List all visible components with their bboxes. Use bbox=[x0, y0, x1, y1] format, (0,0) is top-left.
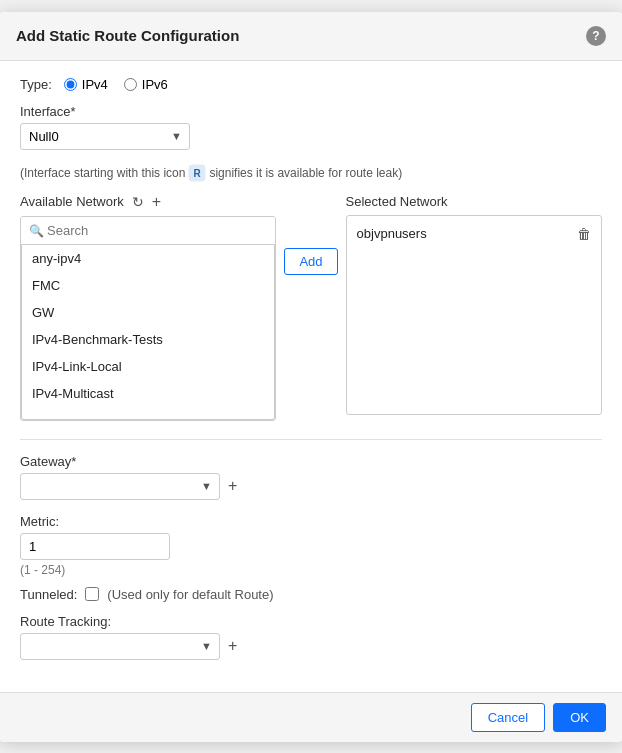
selected-network-title: Selected Network bbox=[346, 194, 448, 209]
search-input-wrapper: 🔍 bbox=[21, 217, 275, 245]
divider bbox=[20, 439, 602, 440]
tunneled-label: Tunneled: bbox=[20, 587, 77, 602]
modal-container: Add Static Route Configuration ? Type: I… bbox=[0, 12, 622, 742]
ipv6-option[interactable]: IPv6 bbox=[124, 77, 168, 92]
list-item[interactable]: GW bbox=[22, 299, 274, 326]
tunneled-note: (Used only for default Route) bbox=[107, 587, 273, 602]
tunneled-section: Tunneled: (Used only for default Route) bbox=[20, 587, 602, 602]
metric-section: Metric: (1 - 254) bbox=[20, 514, 602, 577]
ipv4-option[interactable]: IPv4 bbox=[64, 77, 108, 92]
metric-label: Metric: bbox=[20, 514, 602, 529]
info-text-start: (Interface starting with this icon bbox=[20, 166, 185, 180]
delete-icon[interactable]: 🗑 bbox=[577, 226, 591, 242]
available-network-title: Available Network bbox=[20, 194, 124, 209]
metric-hint: (1 - 254) bbox=[20, 563, 602, 577]
route-tracking-label: Route Tracking: bbox=[20, 614, 602, 629]
selected-list: objvpnusers 🗑 bbox=[346, 215, 602, 415]
networks-container: Available Network ↻ + 🔍 any-ipv4 FMC GW … bbox=[20, 194, 602, 421]
info-text-end: signifies it is available for route leak… bbox=[209, 166, 402, 180]
ipv6-label: IPv6 bbox=[142, 77, 168, 92]
selected-network-header: Selected Network bbox=[346, 194, 602, 209]
route-tracking-select-wrapper: ▼ bbox=[20, 633, 220, 660]
search-and-list: 🔍 any-ipv4 FMC GW IPv4-Benchmark-Tests I… bbox=[20, 216, 276, 421]
ipv4-label: IPv4 bbox=[82, 77, 108, 92]
search-icon: 🔍 bbox=[29, 224, 44, 238]
add-network-icon[interactable]: + bbox=[152, 194, 161, 210]
interface-section: Interface* Null0 ▼ bbox=[20, 104, 602, 150]
selected-item-name: objvpnusers bbox=[357, 226, 427, 241]
gateway-label: Gateway* bbox=[20, 454, 602, 469]
type-label: Type: bbox=[20, 77, 52, 92]
interface-select[interactable]: Null0 bbox=[20, 123, 190, 150]
modal-body: Type: IPv4 IPv6 Interface* Null0 ▼ bbox=[0, 61, 622, 692]
gateway-add-icon[interactable]: + bbox=[228, 477, 237, 495]
modal-title: Add Static Route Configuration bbox=[16, 27, 239, 44]
modal-header: Add Static Route Configuration ? bbox=[0, 12, 622, 61]
type-row: Type: IPv4 IPv6 bbox=[20, 77, 602, 92]
selected-network-col: Selected Network objvpnusers 🗑 bbox=[346, 194, 602, 421]
route-tracking-section: Route Tracking: ▼ + bbox=[20, 614, 602, 660]
ok-button[interactable]: OK bbox=[553, 703, 606, 732]
list-item[interactable]: any-ipv4 bbox=[22, 245, 274, 272]
help-icon[interactable]: ? bbox=[586, 26, 606, 46]
add-button[interactable]: Add bbox=[284, 248, 337, 275]
info-text: (Interface starting with this icon R sig… bbox=[20, 164, 602, 182]
route-tracking-select[interactable] bbox=[20, 633, 220, 660]
available-network-header: Available Network ↻ + bbox=[20, 194, 276, 210]
gateway-select-wrapper: ▼ bbox=[20, 473, 220, 500]
ipv6-radio[interactable] bbox=[124, 78, 137, 91]
list-item[interactable]: IPv4-Link-Local bbox=[22, 353, 274, 380]
interface-select-wrapper: Null0 ▼ bbox=[20, 123, 190, 150]
refresh-icon[interactable]: ↻ bbox=[132, 194, 144, 210]
ipv4-radio[interactable] bbox=[64, 78, 77, 91]
modal-footer: Cancel OK bbox=[0, 692, 622, 742]
middle-col: Add bbox=[284, 194, 337, 421]
svg-text:R: R bbox=[194, 168, 202, 179]
available-network-col: Available Network ↻ + 🔍 any-ipv4 FMC GW … bbox=[20, 194, 276, 421]
gateway-section: Gateway* ▼ + bbox=[20, 454, 602, 500]
cancel-button[interactable]: Cancel bbox=[471, 703, 545, 732]
interface-label: Interface* bbox=[20, 104, 602, 119]
selected-item: objvpnusers 🗑 bbox=[347, 220, 601, 248]
route-tracking-add-icon[interactable]: + bbox=[228, 637, 237, 655]
gateway-select[interactable] bbox=[20, 473, 220, 500]
network-list[interactable]: any-ipv4 FMC GW IPv4-Benchmark-Tests IPv… bbox=[21, 245, 275, 420]
list-item[interactable]: FMC bbox=[22, 272, 274, 299]
search-input[interactable] bbox=[21, 217, 275, 245]
type-radio-group: IPv4 IPv6 bbox=[64, 77, 168, 92]
route-tracking-row: ▼ + bbox=[20, 633, 602, 660]
list-item[interactable]: IPv4-Multicast bbox=[22, 380, 274, 407]
route-leak-icon: R bbox=[188, 164, 206, 182]
list-item[interactable]: IPv4-Benchmark-Tests bbox=[22, 326, 274, 353]
metric-input[interactable] bbox=[20, 533, 170, 560]
gateway-row: ▼ + bbox=[20, 473, 602, 500]
tunneled-checkbox[interactable] bbox=[85, 587, 99, 601]
